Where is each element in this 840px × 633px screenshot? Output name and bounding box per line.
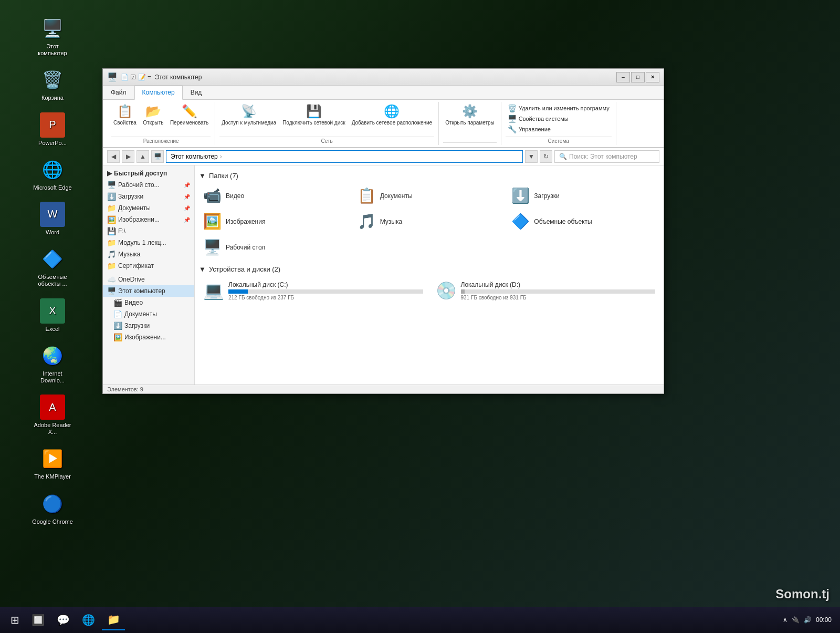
taskbar-cortana[interactable]: 🔲 [26, 609, 49, 630]
tab-file[interactable]: Файл [103, 86, 134, 99]
kmplayer-label: The KMPlayer [34, 473, 71, 480]
documents-folder-label: Документы [380, 192, 413, 200]
ribbon-group-system: 🗑️ Удалить или изменить программу 🖥️ Сво… [501, 102, 616, 145]
folder-item-desktop[interactable]: 🖥️ Рабочий стол [199, 235, 351, 259]
images-folder-icon: 🖼️ [203, 213, 222, 230]
taskbar-browser[interactable]: 🌐 [77, 609, 100, 630]
music-s-label: Музыка [118, 251, 140, 258]
folder-item-downloads[interactable]: ⬇️ Загрузки [507, 184, 659, 207]
refresh-button[interactable]: ↻ [540, 150, 552, 163]
title-bar-path: 📄 ☑ 📝 = Этот компьютер [121, 74, 616, 81]
sidebar-item-module1[interactable]: 📁 Модуль 1 лекц... [103, 237, 194, 248]
close-button[interactable]: ✕ [646, 72, 659, 82]
folder-item-images[interactable]: 🖼️ Изображения [199, 210, 351, 233]
location-group-items: 📋 Свойства 📂 Открыть ✏️ Переименовать [111, 103, 211, 137]
minimize-button[interactable]: – [616, 72, 630, 82]
properties-button[interactable]: 📋 Свойства [111, 103, 139, 127]
sidebar-item-docs-sub[interactable]: 📄 Документы [103, 308, 194, 320]
desktop-icon-internet-dl[interactable]: 🌏 Internet Downlo... [32, 343, 74, 384]
back-button[interactable]: ◀ [107, 150, 120, 163]
sidebar-item-images[interactable]: 🖼️ Изображени... 📌 [103, 214, 194, 225]
drive-d-item[interactable]: 💿 Локальный диск (D:) 931 ГБ свободно из… [432, 277, 660, 304]
folder-item-video[interactable]: 📹 Видео [199, 184, 351, 207]
downloads-folder-icon: ⬇️ [511, 187, 530, 204]
manage-label: Управление [519, 126, 551, 132]
system-props-button[interactable]: 🖥️ Свойства системы [506, 113, 612, 124]
my-computer-icon: 🖥️ [40, 16, 65, 41]
up-button[interactable]: ▲ [136, 150, 149, 163]
sidebar-item-music[interactable]: 🎵 Музыка [103, 248, 194, 260]
start-button[interactable]: ⊞ [4, 609, 25, 630]
drive-c-fill [228, 289, 248, 294]
connect-drive-button[interactable]: 💾 Подключить сетевой диск [280, 103, 348, 127]
taskbar-explorer[interactable]: 📁 [102, 609, 125, 630]
3d-label: Объемные объекты ... [32, 274, 74, 287]
3d-folder-label: Объемные объекты [534, 218, 592, 225]
downloads-pin-icon: 📌 [184, 194, 190, 200]
maximize-button[interactable]: □ [631, 72, 645, 82]
add-network-button[interactable]: 🌐 Добавить сетевое расположение [350, 103, 435, 127]
sidebar-item-this-pc[interactable]: 🖥️ Этот компьютер [103, 285, 194, 297]
folder-item-music[interactable]: 🎵 Музыка [353, 210, 506, 233]
desktop-folder-label: Рабочий стол [226, 244, 265, 251]
open-button[interactable]: 📂 Открыть [141, 103, 166, 127]
drive-d-fill [461, 289, 465, 294]
address-path-display[interactable]: Этот компьютер › [166, 150, 523, 163]
certificate-s-icon: 📁 [107, 262, 116, 270]
sidebar-item-documents[interactable]: 📁 Документы 📌 [103, 202, 194, 214]
sidebar-item-certificate[interactable]: 📁 Сертификат [103, 260, 194, 272]
media-access-label: Доступ к мультимедиа [222, 120, 276, 126]
desktop-icon-word[interactable]: W Word [32, 202, 74, 236]
chrome-label: Google Chrome [32, 518, 73, 525]
sidebar-item-images-sub[interactable]: 🖼️ Изображени... [103, 331, 194, 343]
desktop-icon-powerpoint[interactable]: P PowerPo... [32, 112, 74, 147]
desktop-icon-excel[interactable]: X Excel [32, 298, 74, 333]
sidebar-item-f-drive[interactable]: 💾 F:\ [103, 225, 194, 237]
desktop-icon-adobe[interactable]: A Adobe Reader X... [32, 395, 74, 435]
search-box[interactable]: 🔍 Поиск: Этот компьютер [554, 150, 659, 163]
path-chevron-icon: › [220, 153, 222, 160]
folder-item-3d[interactable]: 🔷 Объемные объекты [507, 210, 659, 233]
chrome-icon: 🔵 [40, 491, 65, 516]
folders-section-header[interactable]: ▼ Папки (7) [199, 172, 659, 180]
drive-c-item[interactable]: 💻 Локальный диск (C:) 212 ГБ свободно из… [199, 277, 427, 304]
sidebar-item-downloads-sub[interactable]: ⬇️ Загрузки [103, 320, 194, 331]
tray-expand-icon[interactable]: ∧ [783, 616, 788, 624]
documents-pin-icon: 📌 [184, 205, 190, 211]
downloads-s-label: Загрузки [118, 193, 143, 200]
quick-access-header[interactable]: ▶ Быстрый доступ [103, 168, 194, 179]
documents-s-label: Документы [118, 204, 151, 212]
video-sub-label: Видео [124, 299, 143, 306]
tab-computer[interactable]: Компьютер [134, 86, 183, 100]
folder-grid: 📹 Видео 📋 Документы ⬇️ Загрузки 🖼️ Изобр… [199, 184, 659, 259]
manage-button[interactable]: 🔧 Управление [506, 124, 612, 134]
desktop-s-label: Рабочий сто... [118, 181, 160, 189]
uninstall-icon: 🗑️ [508, 104, 517, 112]
desktop-icon-kmplayer[interactable]: ▶️ The KMPlayer [32, 446, 74, 480]
path-dropdown-button[interactable]: ▼ [525, 150, 538, 163]
sidebar-item-video-sub[interactable]: 🎬 Видео [103, 297, 194, 308]
desktop-icon-recycle-bin[interactable]: 🗑️ Корзина [32, 67, 74, 101]
sidebar-item-downloads[interactable]: ⬇️ Загрузки 📌 [103, 191, 194, 202]
desktop-icon-edge[interactable]: 🌐 Microsoft Edge [32, 157, 74, 191]
status-text: Элементов: 9 [107, 386, 143, 392]
title-bar: 🖥️ 📄 ☑ 📝 = Этот компьютер – □ ✕ [103, 69, 664, 86]
images-folder-label: Изображения [226, 218, 265, 225]
desktop-s-icon: 🖥️ [107, 181, 116, 189]
rename-button[interactable]: ✏️ Переименовать [168, 103, 211, 127]
sidebar-item-onedrive[interactable]: ☁️ OneDrive [103, 274, 194, 285]
desktop-icon-chrome[interactable]: 🔵 Google Chrome [32, 491, 74, 525]
tab-view[interactable]: Вид [183, 86, 210, 99]
uninstall-button[interactable]: 🗑️ Удалить или изменить программу [506, 103, 612, 113]
folder-item-documents[interactable]: 📋 Документы [353, 184, 506, 207]
desktop-icon-my-computer[interactable]: 🖥️ Этот компьютер [32, 16, 74, 57]
tray-volume-icon: 🔊 [804, 616, 812, 624]
open-params-button[interactable]: ⚙️ Открыть параметры [443, 103, 497, 127]
sidebar-item-desktop[interactable]: 🖥️ Рабочий сто... 📌 [103, 179, 194, 191]
desktop-icon-3d[interactable]: 🔷 Объемные объекты ... [32, 246, 74, 287]
taskbar-whatsapp[interactable]: 💬 [51, 609, 75, 630]
drives-section-header[interactable]: ▼ Устройства и диски (2) [199, 265, 659, 273]
internet-dl-label: Internet Downlo... [32, 370, 74, 384]
forward-button[interactable]: ▶ [122, 150, 134, 163]
media-access-button[interactable]: 📡 Доступ к мультимедиа [219, 103, 278, 127]
